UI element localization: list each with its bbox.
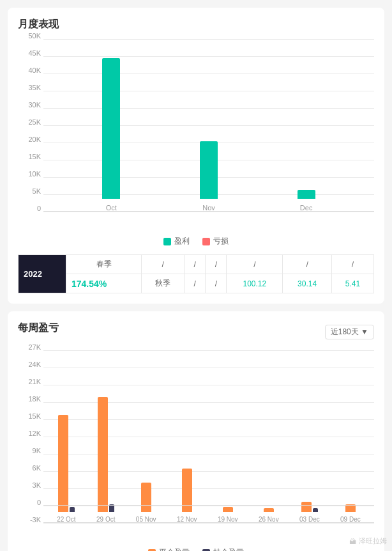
y-label: 10K (18, 170, 41, 178)
spring-col2: / (185, 255, 206, 274)
profit-label: 盈利 (174, 236, 190, 247)
03dec-orange (301, 502, 312, 512)
y-label: 15K (18, 153, 41, 160)
legend-profit: 盈利 (163, 236, 190, 247)
autumn-col3: 100.12 (227, 274, 283, 293)
wbar-05nov: 05 Nov (136, 483, 156, 523)
26nov-orange (264, 508, 274, 512)
weekly-card: 每周盈亏 近180天 ▼ 27K 24K 21K 18K 15K 12K 9K … (8, 311, 384, 551)
profit-dot (163, 238, 171, 245)
autumn-col5: 5.41 (332, 274, 374, 293)
close-pnl-dot (148, 549, 156, 552)
wbar-22oct: 22 Oct (57, 415, 75, 523)
wbar-29oct: 29 Oct (96, 397, 115, 523)
watermark-icon: 🏔 (349, 538, 356, 545)
y-label: 25K (18, 118, 41, 126)
wbar-12nov: 12 Nov (177, 469, 197, 523)
y-label: 15K (18, 412, 41, 420)
legend-close-pnl: 平仓盈亏 (148, 547, 190, 551)
wbar-19nov: 19 Nov (218, 507, 238, 523)
wbar-26nov: 26 Nov (259, 508, 279, 523)
22oct-dark (70, 507, 75, 512)
bar-oct: Oct (102, 58, 120, 212)
y-label: 9K (18, 447, 41, 454)
weekly-title: 每周盈亏 (18, 322, 59, 335)
monthly-chart: 50K 45K 40K 35K 30K 25K 20K 15K 10K 5K 0… (18, 39, 374, 231)
autumn-col1: / (185, 274, 206, 293)
autumn-col2: / (206, 274, 227, 293)
spring-col6: / (332, 255, 374, 274)
03dec-dark (313, 508, 318, 512)
season-spring: 春季 (66, 255, 142, 274)
y-label: 30K (18, 101, 41, 109)
watermark-text: 泽旺拉姆 (359, 536, 387, 546)
wbar-09dec: 09 Dec (340, 504, 361, 523)
table-row-autumn: 174.54% 秋季 / / 100.12 30.14 5.41 (19, 274, 374, 293)
y-label: 35K (18, 84, 41, 91)
period-selector[interactable]: 近180天 ▼ (325, 325, 374, 339)
22oct-orange (58, 415, 68, 512)
weekly-legend: 平仓盈亏 持仓盈亏 (18, 547, 374, 551)
close-pnl-label: 平仓盈亏 (159, 547, 190, 551)
y-label: 20K (18, 136, 41, 143)
loss-dot (202, 238, 210, 245)
weekly-header: 每周盈亏 近180天 ▼ (18, 322, 374, 343)
monthly-card: 月度表现 50K 45K 40K 35K 30K 25K 20K 15K 10K… (8, 8, 384, 304)
bar-nov: Nov (200, 141, 218, 212)
y-label: 0 (18, 499, 41, 506)
19nov-orange (223, 507, 233, 512)
nov-profit-bar (200, 141, 218, 199)
y-label: 6K (18, 464, 41, 472)
dec-profit-bar (298, 190, 315, 199)
x-axis-weekly (43, 522, 374, 523)
monthly-bars: Oct Nov Dec (43, 39, 374, 212)
y-label: 24K (18, 361, 41, 368)
oct-profit-bar (102, 58, 120, 199)
watermark: 🏔 泽旺拉姆 (349, 536, 387, 546)
loss-label: 亏损 (213, 236, 229, 247)
29oct-orange (98, 397, 108, 512)
y-label: 21K (18, 378, 41, 385)
y-label: 0 (18, 205, 41, 212)
y-label: 3K (18, 481, 41, 489)
y-label: 18K (18, 395, 41, 403)
x-axis (43, 211, 374, 212)
legend-hold-pnl: 持仓盈亏 (202, 547, 244, 551)
legend-loss: 亏损 (202, 236, 229, 247)
y-label: 27K (18, 343, 41, 351)
perf-table: 2022 春季 / / / / / / 174.54% 秋季 / / 100.1… (18, 254, 374, 293)
weekly-bars-container: 22 Oct 29 Oct 05 Nov (43, 350, 374, 523)
05nov-orange (141, 483, 151, 512)
table-row-spring: 2022 春季 / / / / / / (19, 255, 374, 274)
weekly-chart: 27K 24K 21K 18K 15K 12K 9K 6K 3K 0 -3K 2… (18, 350, 374, 542)
monthly-title: 月度表现 (18, 18, 374, 31)
autumn-col4: 30.14 (283, 274, 332, 293)
year-cell: 2022 (19, 255, 66, 293)
spring-col1: / (142, 255, 185, 274)
y-label: 40K (18, 66, 41, 74)
season-autumn: 秋季 (142, 274, 185, 293)
spring-col3: / (206, 255, 227, 274)
y-label: 45K (18, 49, 41, 57)
y-label: -3K (18, 516, 41, 524)
spring-col5: / (283, 255, 332, 274)
spring-col4: / (227, 255, 283, 274)
y-label: 5K (18, 187, 41, 195)
hold-pnl-dot (202, 549, 210, 552)
y-label: 50K (18, 32, 41, 40)
monthly-legend: 盈利 亏损 (18, 236, 374, 247)
rate-cell: 174.54% (66, 274, 142, 293)
hold-pnl-label: 持仓盈亏 (213, 547, 244, 551)
y-label: 12K (18, 430, 41, 437)
bar-dec: Dec (298, 190, 315, 212)
zero-line (43, 505, 374, 506)
